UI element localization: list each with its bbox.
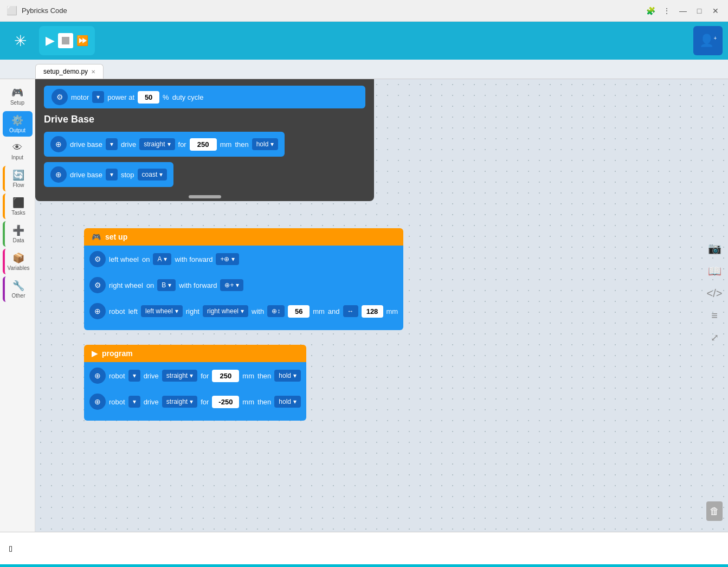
right-wheel-port-dropdown[interactable]: B ▾ [157, 279, 176, 291]
cursor-indicator: ▯ [9, 544, 12, 552]
prog-drive2-label3: for [201, 398, 209, 406]
tab-label: setup_demo.py [43, 68, 88, 75]
stop-button[interactable] [58, 33, 73, 48]
close-btn[interactable]: ✕ [710, 5, 721, 17]
motor-dropdown[interactable]: ▾ [92, 91, 104, 103]
prog-drive1-robot-dropdown[interactable]: ▾ [128, 370, 140, 382]
sidebar-item-variables[interactable]: 📦 Variables [3, 249, 33, 274]
right-panel: 📷 📖 </> ≡ ⤢ 🗑 [701, 79, 728, 532]
prog-drive2-action-dropdown[interactable]: hold ▾ [274, 396, 301, 408]
right-wheel-config: right wheel [207, 307, 239, 315]
motor-label4: duty cycle [172, 93, 204, 101]
status-bar: ✓ [0, 564, 728, 567]
motor-value[interactable] [138, 91, 159, 104]
drive1-action-dropdown[interactable]: hold ▾ [252, 138, 279, 150]
right-wheel-config-dropdown[interactable]: right wheel ▾ [203, 305, 248, 317]
drive1-direction-dropdown[interactable]: straight ▾ [139, 138, 175, 150]
bluetooth-icon: ✳ [14, 32, 27, 50]
drive-block-2-body: ⊕ drive base ▾ stop coast ▾ [44, 162, 173, 187]
drive-block-1: ⊕ drive base ▾ drive straight ▾ for mm t… [44, 132, 365, 157]
tab-close-icon[interactable]: ✕ [91, 69, 95, 75]
drive1-base-dropdown[interactable]: ▾ [106, 138, 118, 150]
drive1-label4: then [235, 140, 248, 149]
left-wheel-on: on [142, 255, 150, 263]
program-play-icon: ▶ [92, 349, 98, 358]
sidebar-item-data[interactable]: ➕ Data [3, 221, 33, 247]
motor-label2: power at [107, 93, 134, 101]
minimize-btn[interactable]: — [677, 5, 689, 17]
setup-block: 🎮 set up ⚙ left wheel on A ▾ with forwar… [84, 228, 403, 330]
robot-config-icon: ⊕ [89, 303, 106, 319]
left-wheel-with-forward: with forward [175, 255, 212, 263]
drive2-action: coast [142, 171, 158, 178]
sidebar-item-flow[interactable]: 🔄 Flow [3, 166, 33, 191]
drive-base-panel: ⚙ motor ▾ power at % duty cycle Drive Ba… [35, 79, 374, 201]
drive1-label3: for [178, 140, 186, 149]
prog-drive1-direction-dropdown[interactable]: straight ▾ [162, 370, 197, 382]
menu-btn[interactable]: ⋮ [661, 5, 673, 17]
scrollbar-handle[interactable] [189, 195, 221, 198]
motor-icon: ⚙ [51, 89, 68, 105]
file-tab[interactable]: setup_demo.py ✕ [35, 64, 104, 79]
axle-width-icon[interactable]: ↔ [343, 305, 358, 317]
sidebar-flow-label: Flow [12, 182, 24, 188]
right-wheel-direction-dropdown[interactable]: ⊕+ ▾ [220, 279, 243, 291]
prog-drive1-value[interactable] [212, 370, 239, 382]
sidebar-item-output[interactable]: ⚙️ Output [3, 111, 33, 137]
toolbar: ✳ ▶ ⏩ 👤+ [0, 22, 728, 60]
drive2-icon: ⊕ [50, 166, 67, 183]
camera-button[interactable]: 📷 [708, 242, 721, 255]
sidebar: 🎮 Setup ⚙️ Output 👁 Input 🔄 Flow ⬛ Tasks… [0, 79, 35, 532]
canvas-area[interactable]: ⚙ motor ▾ power at % duty cycle Drive Ba… [35, 79, 728, 532]
left-wheel-direction-dropdown[interactable]: +⊕ ▾ [216, 253, 239, 265]
prog-drive1-action-dropdown[interactable]: hold ▾ [274, 370, 301, 382]
prog-drive1-label3: for [201, 372, 209, 380]
axle-width-input[interactable] [362, 305, 383, 318]
prog-drive2-label4: then [257, 398, 271, 406]
sidebar-item-tasks[interactable]: ⬛ Tasks [3, 194, 33, 219]
prog-drive1-label1: robot [109, 372, 125, 380]
sidebar-item-other[interactable]: 🔧 Other [3, 276, 33, 302]
left-wheel-row: ⚙ left wheel on A ▾ with forward +⊕ ▾ [89, 251, 398, 267]
prog-drive2-robot-dropdown[interactable]: ▾ [128, 396, 140, 408]
robot-and: and [328, 307, 340, 315]
wheel-diameter-input[interactable] [288, 305, 310, 318]
prog-drive2-unit: mm [242, 398, 254, 406]
list-button[interactable]: ≡ [711, 310, 718, 322]
tasks-icon: ⬛ [12, 197, 24, 209]
robot-label4: with [252, 307, 264, 315]
setup-icon: 🎮 [11, 87, 23, 99]
code-button[interactable]: </> [707, 287, 723, 300]
drive2-action-dropdown[interactable]: coast ▾ [138, 169, 167, 181]
variables-icon: 📦 [12, 252, 24, 264]
trash-button[interactable]: 🗑 [706, 501, 723, 521]
fast-forward-button[interactable]: ⏩ [76, 35, 88, 47]
play-button[interactable]: ▶ [46, 34, 55, 48]
extensions-btn[interactable]: 🧩 [645, 5, 656, 17]
setup-icon-block: 🎮 [92, 233, 101, 241]
expand-button[interactable]: ⤢ [711, 332, 719, 344]
program-drive2-row: ⊕ robot ▾ drive straight ▾ for mm then h… [89, 394, 301, 410]
prog-drive2-action: hold [279, 398, 291, 405]
robot-label1: robot [109, 307, 125, 315]
program-block: ▶ program ⊕ robot ▾ drive straight ▾ for… [84, 345, 306, 421]
prog-drive2-direction-dropdown[interactable]: straight ▾ [162, 396, 197, 408]
wheel-size-icon[interactable]: ⊕↕ [267, 305, 285, 317]
fast-forward-icon: ⏩ [76, 35, 88, 47]
bluetooth-button[interactable]: ✳ [5, 26, 35, 55]
prog-drive2-value[interactable] [212, 396, 239, 408]
program-header: ▶ program [84, 345, 306, 362]
left-wheel-port-dropdown[interactable]: A ▾ [153, 253, 171, 265]
sidebar-item-input[interactable]: 👁 Input [3, 139, 33, 164]
left-wheel-config: left wheel [145, 307, 173, 315]
play-icon: ▶ [46, 34, 55, 48]
drive2-base-dropdown[interactable]: ▾ [106, 169, 118, 181]
drive1-value[interactable] [190, 138, 217, 151]
play-controls: ▶ ⏩ [39, 26, 95, 55]
user-button[interactable]: 👤+ [693, 26, 723, 55]
left-wheel-config-dropdown[interactable]: left wheel ▾ [141, 305, 183, 317]
sidebar-item-setup[interactable]: 🎮 Setup [3, 83, 33, 109]
maximize-btn[interactable]: □ [693, 5, 705, 17]
book-button[interactable]: 📖 [708, 265, 721, 278]
drive1-unit: mm [220, 140, 232, 149]
